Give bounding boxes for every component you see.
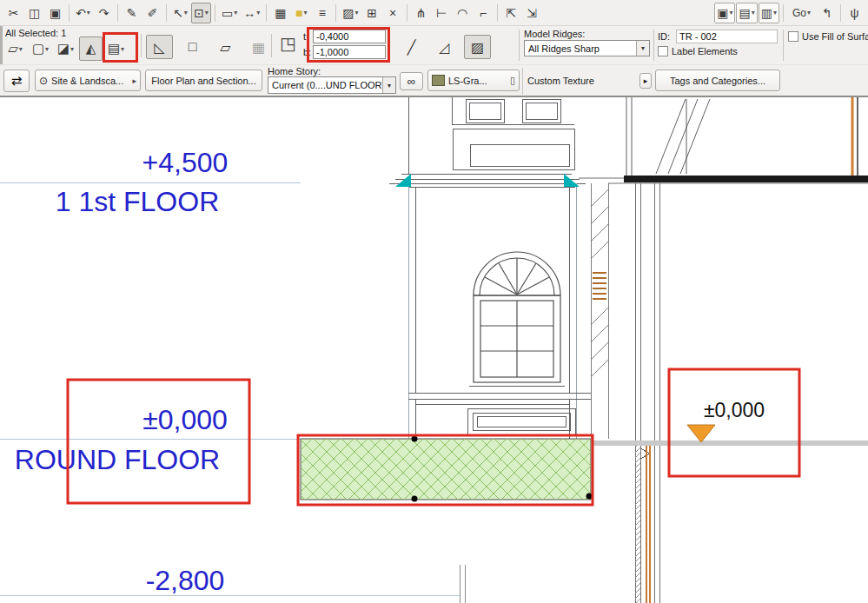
home-story-select[interactable]: Current (0....UND FLOOR) ▾ xyxy=(268,76,396,94)
dropdown-arrow-icon[interactable]: ▾ xyxy=(87,9,90,17)
fill-display-icon[interactable]: ◪▾ xyxy=(54,36,77,61)
hatch-tool-icon[interactable]: ▨▾ xyxy=(340,3,361,23)
checkbox-icon[interactable] xyxy=(658,46,668,56)
selected-roof-element[interactable] xyxy=(301,436,593,502)
window-options-icon[interactable]: ▥▾ xyxy=(759,3,779,23)
label-elements-label: Label Elements xyxy=(672,46,738,56)
layout-book-icon[interactable]: ▤▾ xyxy=(736,3,757,23)
glyph: ▣ xyxy=(717,6,728,20)
dropdown-arrow-icon[interactable]: ▾ xyxy=(234,9,237,17)
custom-texture-expand-button[interactable]: ▸ xyxy=(639,73,652,89)
paste-icon[interactable]: ▣ xyxy=(45,3,65,23)
glyph: Go xyxy=(792,7,806,19)
checkbox-icon[interactable] xyxy=(788,31,798,42)
roof-pivot-icon[interactable]: ◳ xyxy=(280,33,296,54)
fillet-tool-icon[interactable]: ◠ xyxy=(453,3,473,23)
slope-angle-icon[interactable]: ◿ xyxy=(431,35,458,59)
glyph: ✎ xyxy=(127,6,137,20)
zone-tool-icon[interactable]: ▦ xyxy=(270,3,290,23)
ground-band xyxy=(593,441,868,446)
glyph: ⊡ xyxy=(194,6,204,20)
surface-material-button[interactable]: LS-Gra... ▯ xyxy=(427,70,520,91)
selection-handle[interactable] xyxy=(412,436,418,442)
glyph: ↔ xyxy=(243,6,255,20)
geometry-pitched-icon[interactable]: ◺ xyxy=(146,35,173,59)
text-tool-icon[interactable]: ≡ xyxy=(312,3,332,23)
bottom-offset-label: b: xyxy=(303,47,311,57)
undo-icon[interactable]: ↶▾ xyxy=(73,3,93,23)
split-tool-icon[interactable]: ⋔ xyxy=(411,3,431,23)
redo-icon[interactable]: ↷ xyxy=(94,3,114,23)
geometry-rect-icon[interactable]: □ xyxy=(179,35,206,59)
level-ground-name: ROUND FLOOR xyxy=(15,444,220,475)
dropdown-arrow-icon[interactable]: ▾ xyxy=(70,45,74,53)
dropdown-arrow-icon[interactable]: ▾ xyxy=(184,9,188,17)
slope-hatched-icon[interactable]: ▨ xyxy=(464,35,491,59)
id-label: ID: xyxy=(658,31,670,42)
pick-up-parameters-icon[interactable]: ✎ xyxy=(122,3,142,23)
chevron-down-icon[interactable]: ▾ xyxy=(636,41,649,56)
delete-tool-icon[interactable]: × xyxy=(383,3,403,23)
panel-grip[interactable] xyxy=(0,26,3,64)
dropdown-arrow-icon[interactable]: ▾ xyxy=(729,9,732,17)
use-fill-of-surface-option[interactable]: Use Fill of Surface xyxy=(788,31,868,42)
dropdown-arrow-icon[interactable]: ▾ xyxy=(752,9,755,17)
view-options-icon[interactable]: ▣▾ xyxy=(714,3,735,23)
chain-link-button[interactable]: ∞ xyxy=(400,72,423,90)
dropdown-arrow-icon[interactable]: ▾ xyxy=(205,9,209,17)
bottom-offset-input[interactable] xyxy=(313,45,386,59)
resize-tool-icon[interactable]: ⇲ xyxy=(522,3,542,23)
slope-line-icon[interactable]: ╱ xyxy=(398,35,425,59)
tags-categories-label: Tags and Categories... xyxy=(670,76,765,86)
model-ridges-select[interactable]: All Ridges Sharp ▾ xyxy=(524,40,650,56)
dropdown-arrow-icon[interactable]: ▾ xyxy=(355,9,359,17)
marquee-display-icon[interactable]: ▢▾ xyxy=(29,36,52,61)
section-drawing: +4,500 1 1st FLOOR ±0,000 ROUND FLOOR -2… xyxy=(0,97,868,603)
quick-layers-button[interactable]: ⇄ xyxy=(3,70,30,92)
settings-bar: ⇄ ⊙ Site & Landsca... ▸ Floor Plan and S… xyxy=(0,64,868,97)
dropdown-arrow-icon[interactable]: ▾ xyxy=(121,45,124,53)
level-top-value: +4,500 xyxy=(142,147,229,178)
go-icon[interactable]: Go▾ xyxy=(787,3,816,23)
tags-categories-button[interactable]: Tags and Categories... xyxy=(655,70,780,91)
page-icon: ▯ xyxy=(510,75,515,86)
cut-icon[interactable]: ✂ xyxy=(3,3,23,23)
roof-display-icon[interactable]: ◭ xyxy=(79,36,103,61)
floor-plan-section-button[interactable]: Floor Plan and Section... xyxy=(145,70,262,91)
selection-handle[interactable] xyxy=(586,494,593,500)
glyph: ↰ xyxy=(822,6,832,20)
copy-icon[interactable]: ◫ xyxy=(24,3,44,23)
datum-marker[interactable]: ±0,000 xyxy=(687,399,765,442)
geometry-polygon-icon[interactable]: ▱ xyxy=(212,35,239,59)
dropdown-arrow-icon[interactable]: ▾ xyxy=(303,9,307,17)
inject-parameters-icon[interactable]: ✐ xyxy=(142,3,162,23)
chevron-down-icon[interactable]: ▾ xyxy=(382,77,395,93)
fill-tool-icon[interactable]: ■▾ xyxy=(291,3,311,23)
offset-tool-icon[interactable]: ⌐ xyxy=(474,3,494,23)
selection-handle[interactable] xyxy=(412,496,418,502)
dropdown-arrow-icon[interactable]: ▾ xyxy=(19,45,23,53)
schedule-tool-icon[interactable]: ⊞ xyxy=(362,3,382,23)
roof-levels-icon[interactable]: ▤▾ xyxy=(104,36,128,61)
drawing-canvas[interactable]: +4,500 1 1st FLOOR ±0,000 ROUND FLOOR -2… xyxy=(0,97,868,603)
dropdown-arrow-icon[interactable]: ▾ xyxy=(45,45,49,53)
dimension-tool-icon[interactable]: ↔▾ xyxy=(241,3,262,23)
dropdown-arrow-icon[interactable]: ▾ xyxy=(807,9,811,17)
top-offset-input[interactable] xyxy=(313,30,386,43)
arrow-tool-icon[interactable]: ↖▾ xyxy=(170,3,190,23)
glyph: ■ xyxy=(295,6,302,20)
main-toolbar: ✂◫▣↶▾↷✎✐↖▾⊡▾▭▾↔▾▦■▾≡▨▾⊞×⋔⊢◠⌐⇱⇲▣▾▤▾▥▾Go▾↰… xyxy=(0,0,868,26)
wall-tool-icon[interactable]: ▭▾ xyxy=(219,3,240,23)
dropdown-arrow-icon[interactable]: ▾ xyxy=(773,9,777,17)
eye-icon: ⊙ xyxy=(39,75,48,87)
back-icon[interactable]: ↰ xyxy=(817,3,837,23)
element-id-input[interactable] xyxy=(676,30,778,43)
dropdown-arrow-icon[interactable]: ▾ xyxy=(256,9,260,17)
layer-button[interactable]: ⊙ Site & Landsca... ▸ xyxy=(35,70,141,91)
label-elements-option[interactable]: Label Elements xyxy=(658,46,738,56)
marquee-tool-icon[interactable]: ⊡▾ xyxy=(191,3,211,23)
walk-mode-icon[interactable]: ψ xyxy=(845,3,865,23)
adjust-tool-icon[interactable]: ⊢ xyxy=(432,3,452,23)
floorplan-display-icon[interactable]: ▱▾ xyxy=(3,36,27,61)
stretch-tool-icon[interactable]: ⇱ xyxy=(501,3,521,23)
